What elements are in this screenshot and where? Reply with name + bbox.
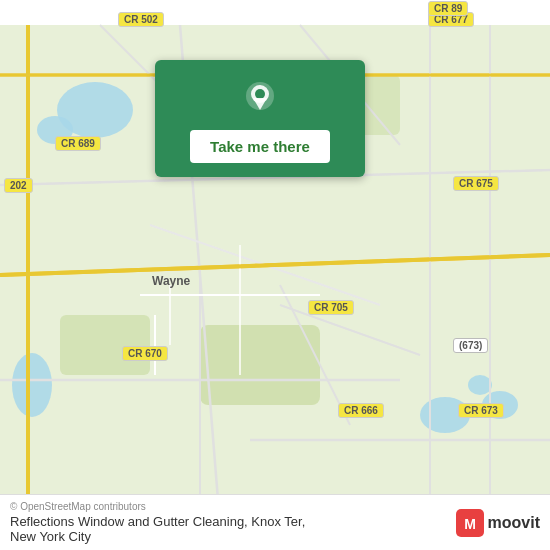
svg-point-6: [468, 375, 492, 395]
svg-point-34: [255, 89, 265, 99]
location-pin-icon: [238, 78, 282, 122]
bottom-bar: © OpenStreetMap contributors Reflections…: [0, 494, 550, 550]
copyright-text: © OpenStreetMap contributors: [10, 501, 305, 512]
road-badge-cr705: CR 705: [308, 300, 354, 315]
svg-point-3: [12, 353, 52, 417]
moovit-icon: M: [456, 509, 484, 537]
road-badge-cr502: CR 502: [118, 12, 164, 27]
take-me-there-button[interactable]: Take me there: [190, 130, 330, 163]
road-badge-cr666: CR 666: [338, 403, 384, 418]
location-card: Take me there: [155, 60, 365, 177]
road-badge-cr675: CR 675: [453, 176, 499, 191]
road-badge-202: 202: [4, 178, 33, 193]
road-badge-cr89: CR 89: [428, 1, 468, 16]
road-badge-673p: (673): [453, 338, 488, 353]
moovit-logo: M moovit: [456, 509, 540, 537]
svg-text:M: M: [464, 516, 476, 532]
bottom-left: © OpenStreetMap contributors Reflections…: [10, 501, 305, 544]
svg-rect-7: [200, 325, 320, 405]
road-badge-cr689: CR 689: [55, 136, 101, 151]
location-title: Reflections Window and Gutter Cleaning, …: [10, 514, 305, 544]
map-container: CR 502 CR 677 CR 689 202 CR 675 CR 705 C…: [0, 0, 550, 550]
wayne-label: Wayne: [152, 274, 190, 288]
svg-rect-8: [60, 315, 150, 375]
road-badge-cr670: CR 670: [122, 346, 168, 361]
road-badge-cr673: CR 673: [458, 403, 504, 418]
moovit-text: moovit: [488, 514, 540, 532]
